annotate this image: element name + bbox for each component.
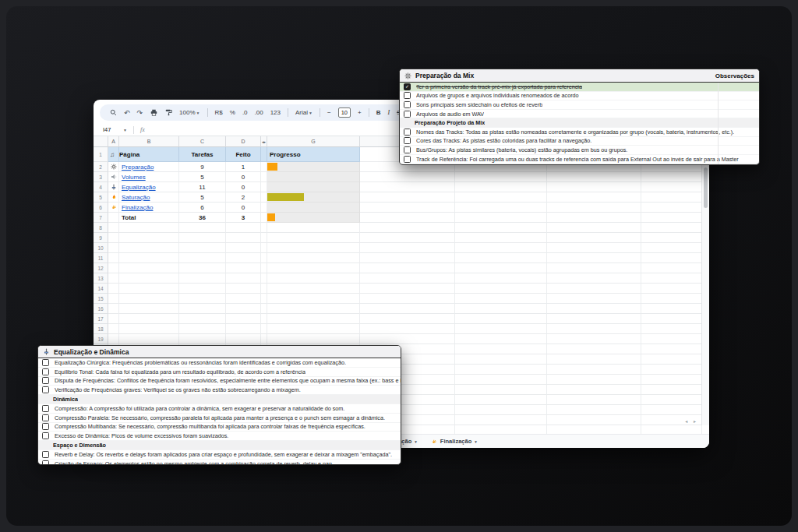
cell-icon-col[interactable] — [108, 172, 119, 182]
cell-progress[interactable] — [267, 162, 360, 172]
checkbox[interactable] — [42, 368, 49, 375]
tab-menu-arrow-icon[interactable]: ▾ — [475, 439, 477, 444]
redo-icon[interactable]: ↷ — [137, 109, 143, 117]
checklist-item[interactable]: Criação de Espaço: Os elementos estão no… — [38, 460, 401, 465]
vertical-scrollbar[interactable] — [701, 136, 709, 425]
cell-feito[interactable]: 0 — [226, 172, 261, 182]
cell-progress[interactable] — [267, 203, 360, 213]
checklist-item[interactable]: Arquivos de grupos e arquivos individuai… — [400, 92, 759, 101]
row-number[interactable]: 16 — [94, 304, 108, 314]
cell-pagina[interactable]: Volumes — [119, 172, 179, 182]
font-size-input[interactable]: 10 — [338, 107, 351, 118]
cell-tarefas[interactable]: 6 — [179, 203, 226, 213]
row-number[interactable]: 18 — [94, 324, 108, 334]
column-header-d[interactable]: D — [226, 136, 261, 147]
row-number[interactable]: 14 — [94, 284, 108, 294]
cell-feito[interactable]: 0 — [226, 203, 261, 213]
cell-pagina[interactable]: Finalização — [119, 203, 179, 213]
cell-total-label[interactable]: Total — [119, 213, 179, 223]
row-number[interactable]: 11 — [94, 253, 108, 263]
checkbox[interactable] — [42, 405, 49, 412]
cell-tarefas-header[interactable]: Tarefas — [179, 147, 226, 162]
checkbox[interactable] — [42, 414, 49, 421]
row-number[interactable]: 7 — [94, 213, 108, 223]
cell-total-feito[interactable]: 3 — [226, 213, 261, 223]
increase-font-size-button[interactable]: + — [358, 109, 362, 116]
checklist-item[interactable]: Nomes das Tracks: Todas as pistas estão … — [400, 128, 759, 137]
checkbox[interactable] — [404, 101, 411, 108]
checklist-item[interactable]: Análise de Referência: A sua track e a t… — [400, 164, 759, 165]
checklist-section-header[interactable]: Dinâmica — [38, 395, 401, 404]
cell-feito[interactable]: 1 — [226, 162, 261, 172]
cell-pagina-header[interactable]: Página — [119, 147, 179, 162]
row-number[interactable]: 5 — [94, 192, 108, 203]
cell-progress[interactable] — [267, 182, 360, 192]
number-format-button[interactable]: 123 — [270, 109, 281, 116]
checklist-item[interactable]: Compressão: A compressão foi utilizada p… — [38, 404, 401, 414]
cell-tarefas[interactable]: 5 — [179, 192, 226, 203]
cell-pagina[interactable]: Preparação — [119, 162, 179, 172]
checklist-item[interactable]: Verificação de Frequências graves: Verif… — [38, 386, 401, 395]
cell-total-progress[interactable] — [267, 213, 360, 223]
cell-collapsed[interactable] — [261, 147, 267, 162]
page-link[interactable]: Saturação — [122, 194, 150, 201]
cell-feito-header[interactable]: Feito — [226, 147, 261, 162]
checkbox[interactable] — [42, 423, 49, 430]
print-icon[interactable] — [150, 109, 157, 117]
column-header-a[interactable]: A — [108, 136, 119, 147]
checklist-item[interactable]: Equalização Cirúrgica: Frequências probl… — [38, 358, 401, 368]
dropdown-arrow-icon[interactable]: ▼ — [123, 128, 127, 132]
row-number[interactable]: 2 — [94, 162, 108, 172]
checklist-item[interactable]: Excesso de Dinâmica: Picos de volume exc… — [38, 432, 401, 441]
checkbox[interactable] — [404, 164, 411, 165]
cell-icon-col[interactable] — [108, 182, 119, 192]
checkbox[interactable] — [42, 359, 49, 366]
checkbox[interactable] — [42, 432, 49, 439]
checkbox[interactable] — [42, 386, 49, 393]
cell-total-tarefas[interactable]: 36 — [179, 213, 226, 223]
row-number[interactable]: 3 — [94, 172, 108, 182]
cell-icon-col[interactable] — [108, 192, 119, 203]
row-number[interactable]: 4 — [94, 182, 108, 192]
checkbox[interactable] — [404, 129, 411, 136]
checklist-item[interactable]: Compressão Multibanda: Se necessário, co… — [38, 423, 401, 432]
checklist-item[interactable]: Arquivos de audio em WAV — [400, 110, 759, 119]
checkbox[interactable] — [404, 137, 411, 144]
checklist-item[interactable]: Equilibrio Tonal: Cada faixa foi equaliz… — [38, 368, 401, 377]
row-number[interactable]: 17 — [94, 314, 108, 324]
tab-menu-arrow-icon[interactable]: ▾ — [415, 439, 417, 444]
cell-icon-col[interactable]: ♫ — [108, 147, 119, 162]
checkbox[interactable] — [42, 460, 49, 465]
row-number[interactable]: 13 — [94, 273, 108, 284]
name-box[interactable]: I47 — [103, 126, 123, 133]
font-select[interactable]: Arial▼ — [295, 109, 312, 116]
horizontal-scroll-arrows[interactable]: ◂ ▸ — [685, 418, 698, 424]
currency-format-button[interactable]: R$ — [215, 109, 223, 116]
checklist-section-header[interactable]: Espaço e Dimensão — [38, 441, 401, 450]
cell-feito[interactable]: 2 — [226, 192, 261, 203]
cell-icon-col[interactable] — [108, 203, 119, 213]
row-number[interactable]: 1 — [94, 147, 108, 162]
column-header-b[interactable]: B — [119, 136, 179, 147]
checkbox[interactable] — [404, 156, 411, 163]
select-all-corner[interactable] — [94, 136, 108, 147]
vertical-scrollbar-thumb[interactable] — [704, 167, 708, 208]
checkbox[interactable] — [404, 111, 411, 118]
checkbox[interactable]: ✓ — [404, 83, 411, 90]
checkbox[interactable] — [404, 92, 411, 99]
checklist-item[interactable]: Reverb e Delay: Os reverbs e delays fora… — [38, 450, 401, 460]
decrease-font-size-button[interactable]: − — [327, 109, 331, 116]
cell-icon-col[interactable] — [108, 162, 119, 172]
column-header-c[interactable]: C — [179, 136, 226, 147]
increase-decimal-button[interactable]: .00 — [255, 109, 263, 116]
checkbox[interactable] — [404, 146, 411, 153]
tab-finalizacao[interactable]: Finalização ▾ — [431, 438, 477, 445]
checklist-item[interactable]: Compressão Paralela: Se necessário, comp… — [38, 414, 401, 423]
row-number[interactable]: 6 — [94, 203, 108, 213]
checkbox[interactable] — [42, 451, 49, 458]
cell-feito[interactable]: 0 — [226, 182, 261, 192]
cell-tarefas[interactable]: 11 — [179, 182, 226, 192]
page-link[interactable]: Preparação — [122, 164, 154, 171]
row-number[interactable]: 12 — [94, 263, 108, 273]
checklist-section-header[interactable]: Preparação Projeto da Mix — [400, 118, 759, 128]
